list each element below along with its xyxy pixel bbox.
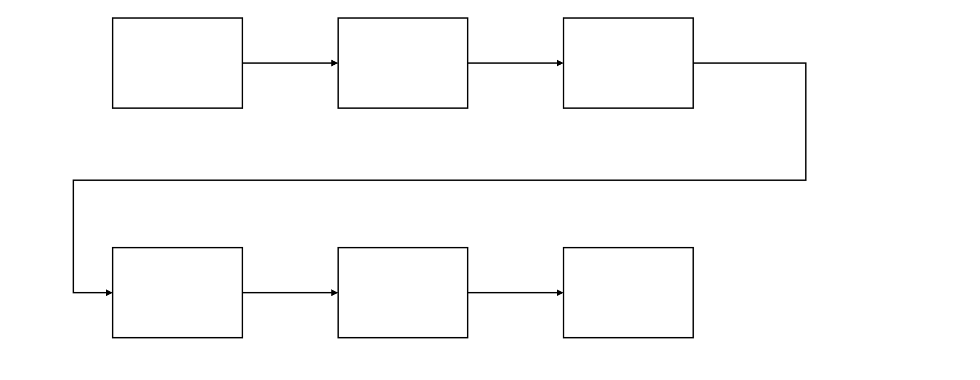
- flow-box-5: [338, 248, 468, 338]
- flow-box-3: [564, 18, 693, 108]
- flow-box-1: [113, 18, 242, 108]
- flow-box-6: [564, 248, 693, 338]
- flowchart-diagram: [0, 0, 980, 380]
- flow-box-2: [338, 18, 468, 108]
- flow-box-4: [113, 248, 242, 338]
